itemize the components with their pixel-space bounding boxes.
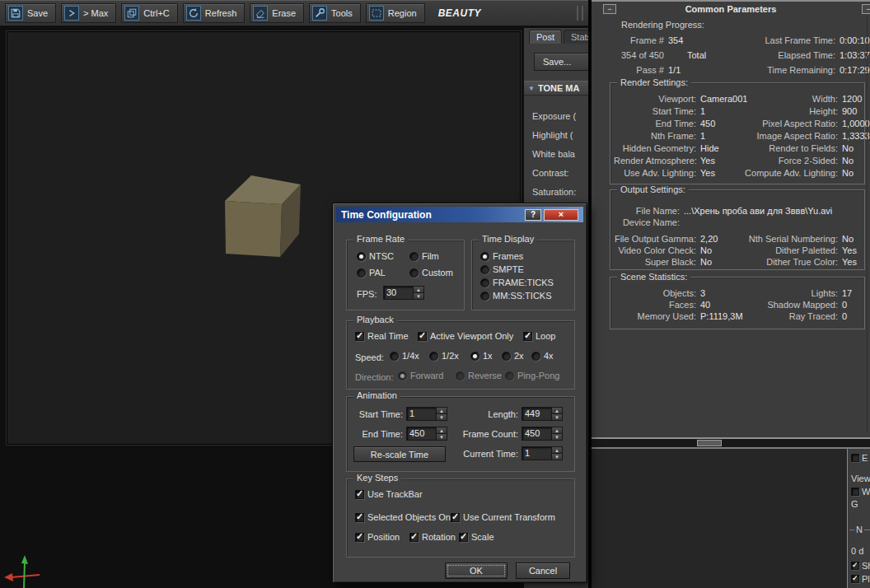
- spin-up-icon[interactable]: [552, 447, 562, 454]
- rescale-time-button[interactable]: Re-scale Time: [353, 446, 446, 462]
- tab-post[interactable]: Post: [529, 30, 562, 44]
- main-toolbar: Save > Max Ctrl+C Refresh Erase Tools Re…: [0, 0, 588, 26]
- checkbox-use-trackbar[interactable]: Use TrackBar: [355, 489, 423, 499]
- copy-button[interactable]: Ctrl+C: [121, 3, 177, 23]
- progress-right-column: Last Frame Time:0:00:10Elapsed Time:1:03…: [745, 33, 870, 77]
- checkbox-use-current-transform[interactable]: Use Current Transform: [451, 512, 555, 522]
- spin-down-icon[interactable]: [552, 434, 562, 440]
- wrench-icon: [312, 6, 327, 21]
- radio-ping-pong[interactable]: Ping-Pong: [505, 371, 559, 380]
- radio-smpte[interactable]: SMPTE: [480, 264, 524, 274]
- checkbox-scale[interactable]: Scale: [459, 532, 494, 542]
- tools-button[interactable]: Tools: [309, 3, 361, 23]
- tab-stats[interactable]: Stats: [564, 30, 588, 44]
- spin-down-icon[interactable]: [437, 414, 447, 420]
- checkbox-icon: [851, 575, 859, 583]
- eraser-icon: [253, 6, 268, 21]
- copy-icon: [124, 6, 139, 21]
- radio-film[interactable]: Film: [409, 251, 439, 261]
- stat-row: Time Remaining:0:17:29: [745, 63, 870, 77]
- fps-input[interactable]: 30: [383, 286, 414, 300]
- panel-edge-line: [867, 16, 868, 432]
- setting-row: Image Aspect Ratio:1,33333: [732, 130, 870, 142]
- stat-row: Faces:40: [614, 299, 743, 310]
- checkbox-icon: [451, 513, 460, 522]
- dialog-title-bar[interactable]: Time Configuration ? ×: [336, 207, 583, 222]
- radio-icon: [409, 268, 419, 278]
- resize-grip[interactable]: [697, 440, 722, 446]
- frame-count-spinner: 450: [522, 427, 563, 441]
- checkbox-icon: [355, 490, 364, 499]
- edge-checkbox-item[interactable]: W: [851, 486, 870, 497]
- spin-up-icon[interactable]: [552, 408, 562, 414]
- radio-custom[interactable]: Custom: [409, 268, 453, 278]
- chevron-down-icon: [528, 85, 535, 92]
- start-time-input[interactable]: 1: [406, 407, 437, 421]
- end-time-input[interactable]: 450: [406, 427, 437, 441]
- edge-checkbox-item[interactable]: Sh: [851, 560, 870, 572]
- spin-down-icon[interactable]: [414, 293, 423, 299]
- radio-pal[interactable]: PAL: [357, 268, 386, 278]
- render-mode-label: BEAUTY: [438, 7, 481, 19]
- edge-checkbox-item[interactable]: Pl: [851, 573, 870, 585]
- radio-mm-ss-ticks[interactable]: MM:SS:TICKS: [480, 291, 552, 301]
- checkbox-icon: [355, 513, 364, 522]
- close-button[interactable]: ×: [544, 209, 578, 221]
- cube-object[interactable]: [217, 170, 307, 261]
- collapse-icon[interactable]: [603, 4, 616, 14]
- ok-button[interactable]: OK: [445, 562, 508, 579]
- region-button[interactable]: Region: [366, 3, 425, 23]
- setting-row: Render to Fields:No: [732, 142, 870, 155]
- checkbox-position[interactable]: Position: [355, 532, 400, 542]
- spin-down-icon[interactable]: [552, 414, 562, 420]
- panel-title: Common Parameters: [592, 3, 870, 16]
- radio-reverse[interactable]: Reverse: [456, 371, 502, 380]
- checkbox-selected-objects-only[interactable]: Selected Objects Only: [355, 512, 457, 522]
- spin-up-icon[interactable]: [552, 427, 562, 434]
- animation-group: Animation Start Time: 1 Length: 449 End …: [346, 396, 575, 472]
- cancel-button[interactable]: Cancel: [516, 562, 570, 579]
- help-button[interactable]: ?: [525, 209, 541, 221]
- frame-count-input[interactable]: 450: [522, 427, 552, 441]
- spin-up-icon[interactable]: [437, 427, 447, 434]
- radio-frame-ticks[interactable]: FRAME:TICKS: [480, 278, 554, 287]
- refresh-button[interactable]: Refresh: [183, 3, 246, 23]
- edge-checkbox-item[interactable]: E: [851, 452, 868, 464]
- length-input[interactable]: 449: [522, 407, 552, 421]
- tone-mapping-rollout-header[interactable]: TONE MA: [524, 81, 588, 96]
- direction-row-disabled: Direction: Forward Reverse Ping-Pong: [347, 321, 574, 389]
- spin-up-icon[interactable]: [437, 408, 447, 414]
- region-icon: [369, 6, 384, 21]
- checkbox-rotation[interactable]: Rotation: [409, 532, 456, 542]
- radio-ntsc[interactable]: NTSC: [357, 251, 394, 261]
- radio-frames[interactable]: Frames: [480, 251, 523, 261]
- time-display-group: Time Display Frames SMPTE FRAME:TICKS MM…: [471, 240, 575, 310]
- save-button[interactable]: Save: [5, 3, 56, 23]
- stat-row: Memory Used:P:1119,3M: [614, 310, 743, 322]
- start-time-spinner: 1: [406, 407, 447, 421]
- checkbox-icon: [851, 488, 859, 496]
- spin-down-icon[interactable]: [552, 454, 562, 460]
- setting-row: Hidden Geometry:Hide: [614, 142, 747, 155]
- render-save-button[interactable]: Save...: [534, 53, 588, 71]
- radio-forward[interactable]: Forward: [398, 371, 443, 380]
- setting-row: Use Adv. Lighting:Yes: [614, 167, 747, 180]
- current-time-input[interactable]: 1: [522, 446, 552, 460]
- parameter-label: Contrast:: [532, 164, 588, 183]
- setting-row: Super Black:No: [614, 256, 718, 268]
- setting-row: Dither Paletted:Yes: [732, 245, 857, 256]
- spin-up-icon[interactable]: [414, 287, 423, 293]
- setting-row: Start Time:1: [614, 105, 747, 118]
- current-time-label: Current Time:: [459, 449, 518, 459]
- edge-label: G: [851, 498, 858, 510]
- max-button[interactable]: > Max: [61, 3, 116, 23]
- collapse-icon[interactable]: [862, 4, 870, 14]
- spin-down-icon[interactable]: [437, 434, 447, 440]
- section-label-rendering-progress: Rendering Progress:: [621, 20, 704, 30]
- parameter-label: White bala: [532, 145, 588, 164]
- erase-button[interactable]: Erase: [250, 3, 304, 23]
- rollout-title-bar: Common Parameters: [592, 3, 870, 16]
- setting-row: Dither True Color:Yes: [732, 256, 857, 268]
- playback-group: Playback Real Time Active Viewport Only …: [346, 320, 575, 390]
- stat-row: Ray Traced:0: [732, 310, 852, 322]
